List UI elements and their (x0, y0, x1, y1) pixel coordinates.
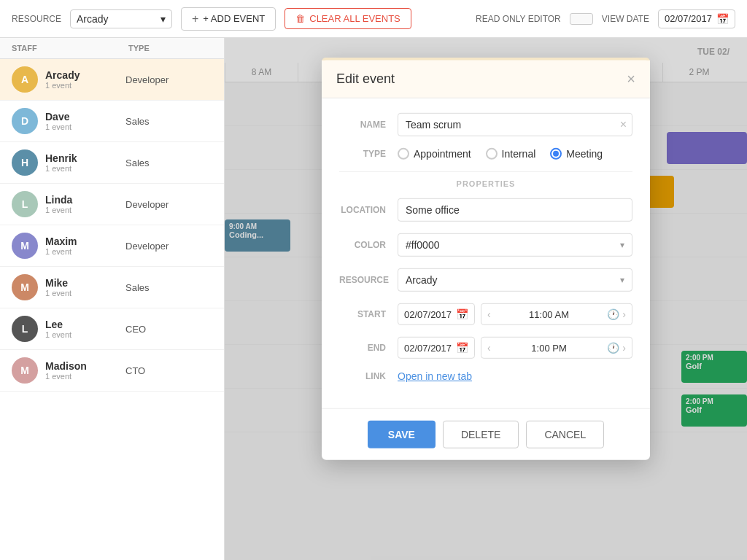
staff-info: Madison 1 event (45, 360, 125, 381)
delete-button[interactable]: DELETE (443, 421, 519, 448)
end-label: END (339, 343, 398, 353)
sidebar-header: STAFF TYPE (0, 38, 224, 59)
radio-meeting[interactable]: Meeting (550, 148, 603, 160)
staff-events: 1 event (45, 81, 125, 90)
readonly-toggle[interactable] (570, 13, 593, 25)
plus-icon: + (192, 12, 198, 26)
staff-item-mike[interactable]: M Mike 1 event Sales (0, 267, 224, 308)
radio-appointment[interactable]: Appointment (398, 148, 471, 160)
resource-value: Arcady (77, 13, 109, 25)
clear-events-label: CLEAR ALL EVENTS (309, 13, 400, 24)
location-row: LOCATION (339, 198, 632, 222)
color-label: COLOR (339, 240, 398, 250)
time-next-icon[interactable]: › (622, 308, 626, 320)
edit-event-modal: Edit event × NAME × TYPE (322, 58, 650, 460)
end-date-value: 02/07/2017 (404, 342, 452, 353)
end-time-prev-icon[interactable]: ‹ (487, 342, 491, 354)
viewdate-value: 02/07/2017 (665, 13, 712, 24)
location-label: LOCATION (339, 205, 398, 215)
avatar: M (12, 274, 38, 300)
staff-events: 1 event (45, 206, 125, 214)
link-row: LINK Open in new tab (339, 370, 632, 382)
avatar: L (12, 316, 38, 342)
start-date-picker[interactable]: 02/07/2017 📅 (398, 303, 475, 325)
chevron-down-color-icon: ▾ (620, 240, 624, 250)
staff-list: A Arcady 1 event Developer D Dave 1 even… (0, 59, 224, 392)
end-time-next-icon[interactable]: › (622, 342, 626, 354)
start-time-value: 11:00 AM (494, 308, 605, 319)
toolbar: RESOURCE Arcady ▾ + + ADD EVENT 🗑 CLEAR … (0, 0, 747, 38)
staff-type: Sales (125, 116, 150, 127)
staff-events: 1 event (45, 330, 125, 339)
name-wrapper: × (398, 113, 632, 136)
staff-info: Maxim 1 event (45, 236, 125, 256)
staff-column-header: STAFF (12, 44, 128, 52)
staff-events: 1 event (45, 164, 125, 173)
staff-name: Henrik (45, 152, 125, 164)
start-row: START 02/07/2017 📅 ‹ 11:00 AM 🕐 › (339, 303, 632, 325)
end-datetime: 02/07/2017 📅 ‹ 1:00 PM 🕐 › (398, 337, 632, 359)
avatar: D (12, 108, 38, 134)
staff-type: Sales (125, 282, 150, 293)
staff-item-arcady[interactable]: A Arcady 1 event Developer (0, 59, 224, 101)
resource-modal-label: RESOURCE (339, 275, 398, 285)
resource-select[interactable]: Arcady ▾ (70, 9, 172, 28)
calendar-area: TUE 02/ 8 AM9 AM10 AMLUNCH TIME12 PM1 PM… (225, 38, 747, 560)
staff-item-maxim[interactable]: M Maxim 1 event Developer (0, 225, 224, 267)
modal-title: Edit event (336, 71, 395, 87)
staff-info: Arcady 1 event (45, 69, 125, 90)
main-layout: STAFF TYPE A Arcady 1 event Developer D … (0, 38, 747, 560)
location-input[interactable] (398, 198, 632, 222)
staff-item-lee[interactable]: L Lee 1 event CEO (0, 308, 224, 350)
staff-sidebar: STAFF TYPE A Arcady 1 event Developer D … (0, 38, 225, 560)
staff-item-madison[interactable]: M Madison 1 event CTO (0, 350, 224, 392)
toolbar-right: READ ONLY EDITOR VIEW DATE 02/07/2017 📅 (476, 9, 735, 28)
add-event-button[interactable]: + + ADD EVENT (181, 7, 276, 31)
start-time-picker[interactable]: ‹ 11:00 AM 🕐 › (481, 303, 632, 325)
open-in-new-tab-link[interactable]: Open in new tab (398, 370, 472, 382)
start-calendar-icon: 📅 (456, 308, 468, 320)
avatar: M (12, 233, 38, 259)
cancel-button[interactable]: CANCEL (526, 421, 604, 448)
clear-events-button[interactable]: 🗑 CLEAR ALL EVENTS (285, 8, 411, 29)
staff-name: Dave (45, 111, 125, 122)
resource-modal-select[interactable]: Arcady ▾ (398, 268, 632, 292)
link-label: LINK (339, 371, 398, 381)
avatar: A (12, 66, 38, 93)
radio-circle-meeting (550, 148, 562, 160)
chevron-down-resource-icon: ▾ (620, 275, 624, 285)
resource-modal-value: Arcady (406, 274, 438, 286)
color-value: #ff0000 (406, 239, 439, 251)
staff-events: 1 event (45, 289, 125, 298)
time-prev-icon[interactable]: ‹ (487, 308, 491, 320)
radio-label-meeting: Meeting (566, 148, 603, 160)
readonly-label: READ ONLY EDITOR (476, 14, 561, 24)
staff-type: Sales (125, 158, 150, 168)
staff-events: 1 event (45, 247, 125, 256)
avatar: M (12, 357, 38, 384)
staff-type: CTO (125, 365, 145, 376)
staff-item-henrik[interactable]: H Henrik 1 event Sales (0, 142, 224, 184)
calendar-icon: 📅 (716, 13, 729, 25)
staff-item-linda[interactable]: L Linda 1 event Developer (0, 184, 224, 225)
chevron-down-icon: ▾ (160, 13, 166, 25)
name-input[interactable] (398, 113, 632, 136)
staff-type: CEO (125, 324, 146, 335)
color-row: COLOR #ff0000 ▾ (339, 233, 632, 257)
radio-internal[interactable]: Internal (486, 148, 536, 160)
end-date-picker[interactable]: 02/07/2017 📅 (398, 337, 475, 359)
radio-circle-internal (486, 148, 498, 160)
staff-info: Henrik 1 event (45, 152, 125, 173)
modal-close-button[interactable]: × (627, 71, 635, 88)
name-row: NAME × (339, 113, 632, 136)
save-button[interactable]: SAVE (368, 421, 436, 448)
end-time-value: 1:00 PM (494, 342, 605, 353)
end-time-picker[interactable]: ‹ 1:00 PM 🕐 › (481, 337, 632, 359)
staff-item-dave[interactable]: D Dave 1 event Sales (0, 101, 224, 142)
viewdate-input[interactable]: 02/07/2017 📅 (658, 9, 735, 28)
start-date-value: 02/07/2017 (404, 308, 452, 319)
name-clear-icon[interactable]: × (620, 118, 627, 131)
color-select[interactable]: #ff0000 ▾ (398, 233, 632, 257)
type-radio-group: Appointment Internal Meeting (398, 148, 632, 160)
type-label: TYPE (339, 149, 398, 159)
